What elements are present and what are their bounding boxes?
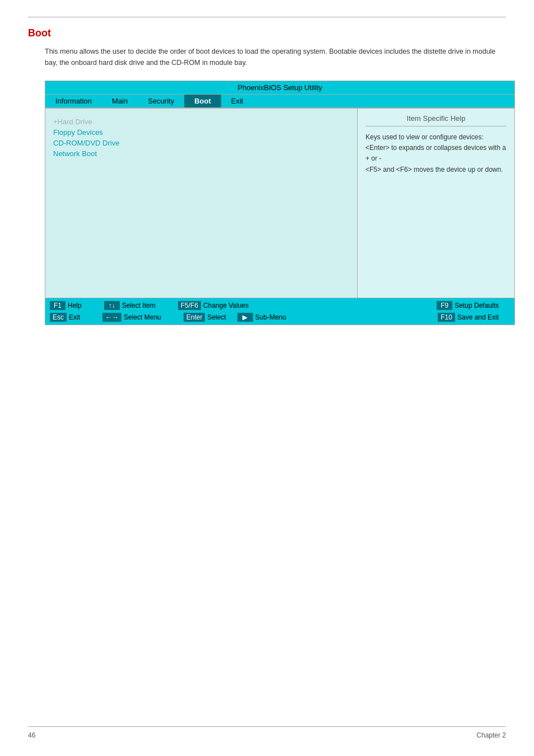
bios-body: +Hard Drive Floppy Devices CD-ROM/DVD Dr…	[45, 107, 514, 298]
footer-key-arrow: ▶	[237, 313, 253, 322]
footer-label-sub-menu: Sub-Menu	[255, 313, 286, 321]
footer-label-exit: Exit	[69, 313, 80, 321]
footer-key-f1: F1	[50, 301, 65, 310]
footer-row-1: F1 Help ↑↓ Select Item F5/F6 Change Valu…	[50, 300, 510, 311]
bios-right-panel: Item Specific Help Keys used to view or …	[358, 109, 514, 298]
footer-key-f5f6: F5/F6	[178, 301, 201, 310]
bios-left-panel: +Hard Drive Floppy Devices CD-ROM/DVD Dr…	[45, 109, 358, 298]
footer-label-select: Select	[207, 313, 226, 321]
footer-label-select-item: Select Item	[122, 302, 156, 309]
chapter-label: Chapter 2	[476, 731, 506, 739]
bios-container: PhoenixBIOS Setup Utility Information Ma…	[45, 81, 515, 325]
footer-key-leftright: ←→	[102, 313, 121, 322]
footer-label-setup-defaults: Setup Defaults	[455, 302, 499, 309]
page-description: This menu allows the user to decide the …	[45, 46, 504, 68]
bios-item-cdrom[interactable]: CD-ROM/DVD Drive	[53, 139, 349, 147]
footer-label-help: Help	[68, 302, 82, 309]
item-specific-help-title: Item Specific Help	[366, 114, 507, 126]
item-specific-help-text: Keys used to view or configure devices:<…	[366, 132, 507, 175]
footer-key-esc: Esc	[50, 313, 67, 322]
footer-key-f10: F10	[438, 313, 455, 322]
footer-label-save-exit: Save and Exit	[457, 313, 499, 321]
bios-footer: F1 Help ↑↓ Select Item F5/F6 Change Valu…	[45, 298, 514, 325]
page-title: Boot	[28, 27, 506, 39]
footer-row-2: Esc Exit ←→ Select Menu Enter Select ▶ S…	[50, 312, 510, 323]
bios-menu-boot[interactable]: Boot	[184, 95, 221, 107]
page-number: 46	[28, 731, 35, 739]
bios-menu-security[interactable]: Security	[138, 95, 184, 107]
footer-key-enter: Enter	[184, 313, 205, 322]
bios-menu-main[interactable]: Main	[102, 95, 138, 107]
bios-menu-information[interactable]: Information	[45, 95, 102, 107]
footer-label-change-values: Change Values	[203, 302, 249, 309]
bottom-bar: 46 Chapter 2	[28, 726, 506, 739]
bios-menu-exit[interactable]: Exit	[221, 95, 254, 107]
footer-key-f9: F9	[437, 301, 452, 310]
footer-label-select-menu: Select Menu	[124, 313, 161, 321]
bios-item-floppy[interactable]: Floppy Devices	[53, 128, 349, 137]
bios-menu-bar: Information Main Security Boot Exit	[45, 94, 514, 107]
footer-key-updown: ↑↓	[104, 301, 120, 310]
bios-item-hard-drive: +Hard Drive	[53, 118, 349, 126]
bios-item-network[interactable]: Network Boot	[53, 149, 349, 158]
bios-title-bar: PhoenixBIOS Setup Utility	[45, 81, 514, 94]
